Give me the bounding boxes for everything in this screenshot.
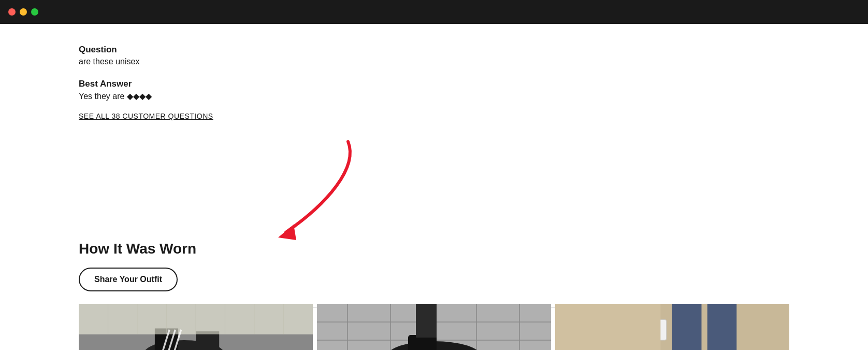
svg-rect-32 — [672, 304, 702, 350]
svg-marker-0 — [278, 225, 296, 240]
outfit-images-row: $ 85 — [79, 304, 789, 350]
close-button[interactable] — [8, 8, 16, 16]
minimize-button[interactable] — [20, 8, 27, 16]
maximize-button[interactable] — [31, 8, 38, 16]
annotation-arrow — [79, 136, 389, 250]
outfit-image-2[interactable] — [317, 304, 551, 350]
question-text: are these unisex — [79, 57, 789, 66]
best-answer-label: Best Answer — [79, 79, 789, 89]
question-label: Question — [79, 45, 789, 55]
main-content: Question are these unisex Best Answer Ye… — [0, 24, 868, 350]
arrow-container — [79, 136, 789, 240]
divider-section — [79, 136, 789, 241]
best-answer-text: Yes they are ◆◆◆◆ — [79, 91, 789, 101]
see-all-questions-link[interactable]: SEE ALL 38 CUSTOMER QUESTIONS — [79, 112, 213, 120]
how-it-was-worn-section: How It Was Worn Share Your Outfit — [79, 241, 789, 350]
outfit-image-1[interactable] — [79, 304, 313, 350]
svg-rect-29 — [416, 304, 437, 338]
section-title: How It Was Worn — [79, 241, 789, 257]
qa-section: Question are these unisex Best Answer Ye… — [79, 45, 789, 121]
share-outfit-button[interactable]: Share Your Outfit — [79, 268, 178, 291]
svg-rect-39 — [555, 304, 660, 350]
titlebar — [0, 0, 868, 24]
svg-rect-33 — [707, 304, 737, 350]
outfit-image-3[interactable]: $ 85 — [555, 304, 789, 350]
